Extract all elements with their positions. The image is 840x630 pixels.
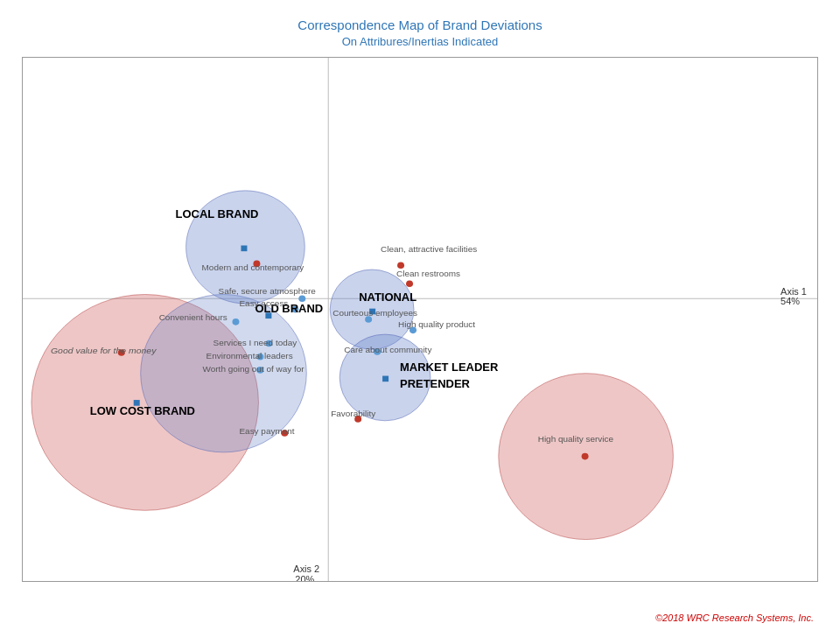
svg-text:Axis 1: Axis 1 <box>780 286 807 297</box>
svg-text:Worth going out of way for: Worth going out of way for <box>203 364 305 374</box>
svg-text:NATIONAL: NATIONAL <box>359 291 416 304</box>
svg-text:Modern and contemporary: Modern and contemporary <box>202 262 304 272</box>
svg-text:High quality service: High quality service <box>538 434 613 444</box>
svg-text:Courteous employees: Courteous employees <box>332 308 417 318</box>
svg-text:Safe, secure atmosphere: Safe, secure atmosphere <box>219 286 316 296</box>
svg-text:Easy access: Easy access <box>239 298 288 308</box>
svg-text:LOCAL BRAND: LOCAL BRAND <box>176 208 259 220</box>
svg-text:Favorability: Favorability <box>331 409 375 418</box>
svg-text:High quality product: High quality product <box>398 320 475 330</box>
svg-text:Convenient hours: Convenient hours <box>159 312 228 322</box>
chart-title: Correspondence Map of Brand Deviations <box>0 16 840 34</box>
svg-text:54%: 54% <box>780 296 800 306</box>
chart-svg: LOCAL BRAND OLD BRAND LOW COST BRAND NAT… <box>23 58 817 581</box>
svg-rect-11 <box>382 376 388 382</box>
svg-text:20%: 20% <box>295 574 314 581</box>
chart-area: LOCAL BRAND OLD BRAND LOW COST BRAND NAT… <box>22 57 818 582</box>
svg-text:Good value for the money: Good value for the money <box>51 346 157 355</box>
svg-text:Clean restrooms: Clean restrooms <box>396 269 460 278</box>
svg-text:Axis 2: Axis 2 <box>293 564 319 575</box>
svg-point-28 <box>582 453 589 460</box>
svg-text:PRETENDER: PRETENDER <box>400 378 470 390</box>
svg-text:Services I need today: Services I need today <box>214 339 298 348</box>
svg-point-15 <box>406 280 413 287</box>
svg-text:Care about community: Care about community <box>344 345 431 354</box>
copyright-label: ©2018 WRC Research Systems, Inc. <box>655 612 814 623</box>
chart-subtitle: On Attribures/Inertias Indicated <box>0 34 840 50</box>
page-container: Correspondence Map of Brand Deviations O… <box>0 0 840 630</box>
svg-point-20 <box>232 318 239 326</box>
svg-text:Easy payment: Easy payment <box>239 426 294 436</box>
svg-text:LOW COST BRAND: LOW COST BRAND <box>90 405 195 417</box>
svg-text:Clean, attractive facilities: Clean, attractive facilities <box>381 244 477 254</box>
svg-text:MARKET LEADER: MARKET LEADER <box>400 361 498 374</box>
svg-text:Environmental leaders: Environmental leaders <box>206 351 293 360</box>
svg-rect-8 <box>241 246 247 252</box>
chart-header: Correspondence Map of Brand Deviations O… <box>0 0 840 50</box>
svg-point-16 <box>298 295 305 302</box>
